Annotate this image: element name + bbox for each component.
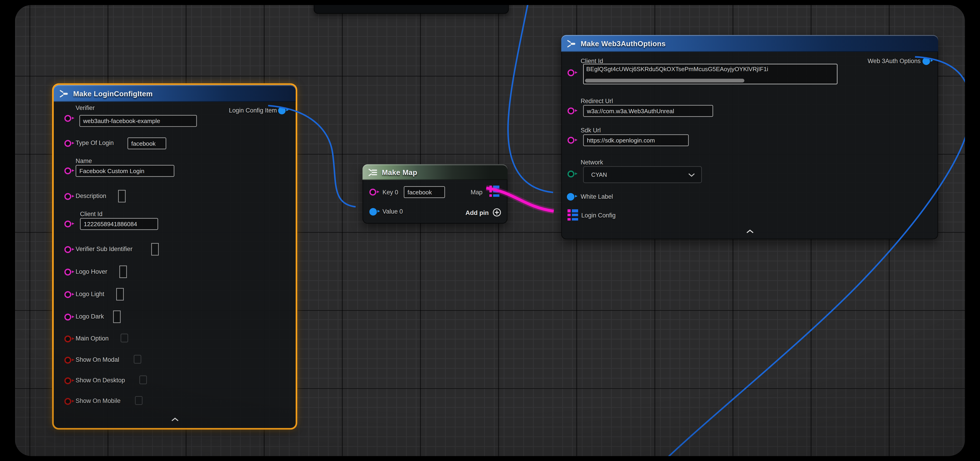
output-pin-label: Web 3Auth Options <box>868 57 921 64</box>
redirect-url-input[interactable]: w3a://com.w3a.Web3AuthUnreal <box>583 105 713 117</box>
collapse-node-button[interactable] <box>171 413 179 424</box>
client-id-input[interactable]: 1222658941886084 <box>80 218 158 230</box>
show-on-modal-checkbox[interactable] <box>134 355 142 364</box>
add-pin-button[interactable]: Add pin <box>466 208 501 217</box>
node-make-loginconfigitem[interactable]: Make LoginConfigItem Login Config Item V… <box>54 85 296 428</box>
verifier-sub-identifier-input[interactable] <box>151 243 159 256</box>
show-on-mobile-checkbox[interactable] <box>135 396 143 405</box>
pin-label: Client Id <box>581 57 603 64</box>
make-struct-icon <box>567 40 576 47</box>
pin-value-0[interactable] <box>369 208 377 216</box>
logo-light-input[interactable] <box>116 288 124 301</box>
pin-label: Main Option <box>76 335 109 342</box>
wire-top-to-whitelabel[interactable] <box>508 5 553 192</box>
pin-label: Logo Light <box>76 291 104 297</box>
pin-label: Show On Desktop <box>76 377 125 383</box>
node-header[interactable]: Make Web3AuthOptions <box>561 35 938 52</box>
pin-label: Name <box>76 157 92 164</box>
pin-show-on-mobile[interactable] <box>64 398 71 405</box>
pin-logo-light[interactable] <box>64 291 71 298</box>
output-pin-web3auth-options[interactable] <box>923 57 930 65</box>
client-id-input[interactable]: BEglQSgt4cUWcj6SKRdu5QkOXTsePmMcusG5EAoy… <box>583 64 837 84</box>
logo-dark-input[interactable] <box>113 310 121 323</box>
node-make-web3authoptions[interactable]: Make Web3AuthOptions Web 3Auth Options C… <box>561 35 938 239</box>
chevron-down-icon <box>688 173 695 176</box>
pin-show-on-modal[interactable] <box>64 357 71 364</box>
pin-show-on-desktop[interactable] <box>64 377 71 384</box>
logo-hover-input[interactable] <box>119 265 127 278</box>
chevron-up-icon <box>171 417 179 422</box>
pin-label: Sdk Url <box>581 127 601 134</box>
node-title: Make Map <box>382 168 417 176</box>
pin-label: Show On Mobile <box>76 397 121 404</box>
node-title: Make LoginConfigItem <box>73 90 153 97</box>
key-0-input[interactable]: facebook <box>404 186 445 198</box>
network-selected-value: CYAN <box>591 172 607 178</box>
client-id-scrollbar[interactable] <box>585 78 745 82</box>
node-header[interactable]: Make LoginConfigItem <box>54 85 296 102</box>
pin-label: Redirect Url <box>581 97 613 104</box>
main-option-checkbox[interactable] <box>121 334 128 342</box>
show-on-desktop-checkbox[interactable] <box>139 375 147 384</box>
client-id-text: BEglQSgt4cUWcj6SKRdu5QkOXTsePmMcusG5EAoy… <box>586 66 835 73</box>
pin-logo-dark[interactable] <box>64 314 71 321</box>
output-pin-map[interactable] <box>489 186 500 197</box>
blueprint-editor: Make LoginConfigItem Login Config Item V… <box>0 0 980 461</box>
pin-key-0[interactable] <box>369 189 376 196</box>
pin-label: Map <box>471 189 482 196</box>
pin-label: Show On Modal <box>76 356 119 363</box>
type-of-login-input[interactable]: facebook <box>127 137 166 149</box>
network-dropdown[interactable]: CYAN <box>583 166 702 183</box>
pin-label: Verifier Sub Identifier <box>76 246 132 253</box>
pin-login-config[interactable] <box>568 209 578 221</box>
output-pin-login-config-item[interactable] <box>278 107 286 114</box>
pin-network[interactable] <box>568 170 574 178</box>
pin-main-option[interactable] <box>64 335 71 342</box>
add-pin-label: Add pin <box>466 209 489 216</box>
pin-label: Logo Hover <box>76 268 107 275</box>
pin-label: White Label <box>581 193 613 200</box>
sdk-url-input[interactable]: https://sdk.openlogin.com <box>583 134 689 146</box>
pin-label: Value 0 <box>382 208 403 215</box>
pin-label: Key 0 <box>382 189 398 196</box>
pin-verifier-sub-identifier[interactable] <box>64 246 71 253</box>
collapse-node-button[interactable] <box>746 225 754 236</box>
offscreen-node-fragment[interactable] <box>314 5 509 14</box>
blueprint-graph-canvas[interactable]: Make LoginConfigItem Login Config Item V… <box>15 5 965 456</box>
pin-type-of-login[interactable] <box>64 140 71 147</box>
pin-label: Description <box>76 192 107 199</box>
pin-label: Logo Dark <box>76 313 104 320</box>
description-input[interactable] <box>118 190 126 203</box>
node-title: Make Web3AuthOptions <box>581 40 666 47</box>
pin-name[interactable] <box>64 167 71 174</box>
make-map-icon <box>368 168 377 176</box>
pin-client-id[interactable] <box>568 69 574 76</box>
chevron-up-icon <box>746 229 754 234</box>
pin-logo-hover[interactable] <box>64 269 71 275</box>
pin-label: Network <box>581 159 603 165</box>
pin-label: Verifier <box>76 104 95 111</box>
verifier-input[interactable]: web3auth-facebook-example <box>80 115 197 127</box>
pin-sdk-url[interactable] <box>568 137 574 144</box>
node-header[interactable]: Make Map <box>363 164 508 180</box>
name-input[interactable]: Facebook Custom Login <box>76 165 175 177</box>
pin-label: Type Of Login <box>76 139 114 146</box>
output-pin-label: Login Config Item <box>229 107 277 114</box>
node-make-map[interactable]: Make Map Key 0 facebook Map Value 0 Add … <box>363 164 508 224</box>
make-struct-icon <box>59 90 69 97</box>
pin-label: Client Id <box>80 211 102 218</box>
add-pin-plus-icon <box>493 208 501 217</box>
pin-description[interactable] <box>64 193 71 200</box>
pin-verifier[interactable] <box>64 115 71 122</box>
pin-white-label[interactable] <box>567 193 574 200</box>
pin-client-id[interactable] <box>64 221 71 227</box>
pin-redirect-url[interactable] <box>568 108 574 114</box>
pin-label: Login Config <box>581 212 616 219</box>
